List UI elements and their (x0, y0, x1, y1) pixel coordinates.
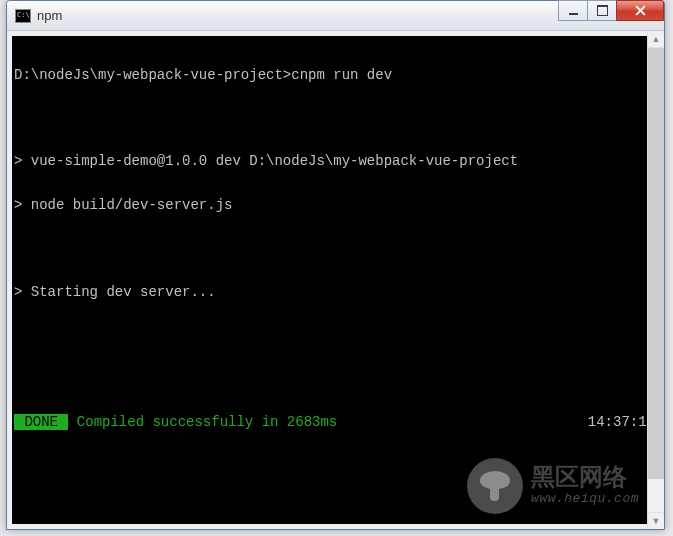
titlebar[interactable]: C:\ npm (7, 1, 664, 31)
watermark-cn-text: 黑区网络 (531, 466, 639, 492)
maximize-button[interactable] (587, 0, 617, 21)
done-badge: DONE (14, 414, 68, 430)
close-button[interactable] (616, 0, 664, 21)
console-window: C:\ npm D:\nodeJs\my-webpack-vue-project… (6, 0, 665, 530)
scroll-thumb[interactable] (648, 48, 664, 479)
vertical-scrollbar[interactable]: ▲ ▼ (647, 31, 664, 529)
watermark: 黑区网络 www.heiqu.com (467, 458, 639, 514)
close-icon (635, 5, 646, 16)
command-text: cnpm run dev (291, 67, 392, 83)
prompt: D:\nodeJs\my-webpack-vue-project> (14, 67, 291, 83)
window-controls (559, 0, 664, 22)
scroll-down-arrow-icon[interactable]: ▼ (648, 512, 664, 529)
window-title: npm (37, 8, 62, 23)
watermark-logo-icon (467, 458, 523, 514)
scroll-up-arrow-icon[interactable]: ▲ (648, 31, 664, 48)
minimize-button[interactable] (558, 0, 588, 21)
output-line: > node build/dev-server.js (14, 195, 657, 217)
output-line: > vue-simple-demo@1.0.0 dev D:\nodeJs\my… (14, 151, 657, 173)
terminal-area[interactable]: D:\nodeJs\my-webpack-vue-project>cnpm ru… (7, 31, 664, 529)
terminal-output: D:\nodeJs\my-webpack-vue-project>cnpm ru… (12, 43, 659, 529)
timestamp: 14:37:14 (588, 412, 655, 434)
watermark-url-text: www.heiqu.com (531, 492, 639, 506)
cmd-icon: C:\ (15, 9, 31, 23)
output-line: > Starting dev server... (14, 282, 657, 304)
compile-success-text: Compiled successfully in 2683ms (68, 414, 337, 430)
